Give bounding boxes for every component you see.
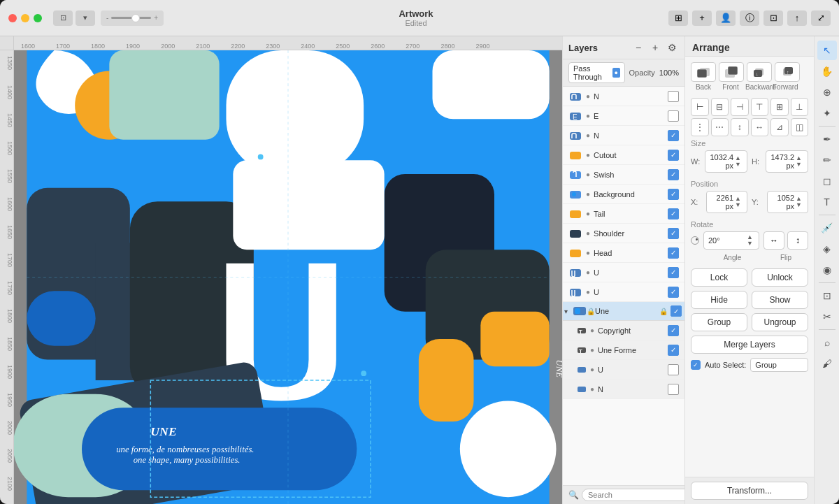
layer-item-une[interactable]: ▾ 🔒 Une 🔒 ✓ (563, 302, 684, 321)
minimize-button[interactable] (21, 14, 29, 22)
group-button[interactable]: Group (691, 313, 747, 331)
angle-down[interactable]: ▼ (745, 240, 754, 247)
layer-item[interactable]: T ● Une Forme ✓ (563, 340, 684, 360)
layer-lock-btn[interactable]: 🔒 (659, 308, 668, 315)
layer-item[interactable]: ● Swish ✓ (563, 165, 684, 185)
hide-button[interactable]: Hide (691, 291, 747, 309)
layer-visible-checkbox[interactable]: ✓ (668, 189, 679, 200)
layer-item[interactable]: ● Tail ✓ (563, 204, 684, 224)
height-down[interactable]: ▼ (794, 161, 803, 168)
layer-visible-checkbox[interactable]: ✓ (671, 305, 682, 317)
distribute-h-btn[interactable]: ⋮ (691, 118, 709, 136)
auto-select-checkbox[interactable]: ✓ (691, 360, 701, 370)
layer-visible-checkbox[interactable]: ✓ (668, 287, 679, 298)
blur-tool-btn[interactable]: ◉ (817, 260, 837, 280)
layer-item[interactable]: ● N (563, 380, 684, 399)
flip-h-button[interactable]: ↔ (763, 231, 784, 250)
canvas-area[interactable]: 1600 1700 1800 1900 2000 2100 2200 2300 … (0, 36, 562, 504)
width-field[interactable]: 1032.4 px ▲ ▼ (705, 150, 747, 173)
layer-visible-checkbox[interactable]: ✓ (668, 150, 679, 161)
forward-button[interactable]: ↑ (775, 62, 800, 82)
pencil-tool-btn[interactable]: ✏ (817, 150, 837, 170)
show-button[interactable]: Show (752, 291, 808, 309)
x-field[interactable]: 2261 px ▲ ▼ (706, 191, 747, 213)
width-down[interactable]: ▼ (733, 161, 743, 168)
pen-tool-btn[interactable]: ✒ (817, 129, 837, 149)
angle-field[interactable]: 20° ▲ ▼ (703, 231, 759, 250)
scroll-tool-btn[interactable]: ✋ (817, 62, 837, 81)
layer-item[interactable]: ● Cutout ✓ (563, 145, 684, 165)
brush-btn[interactable]: 🖌 (817, 354, 837, 373)
align-bottom-btn[interactable]: ⊥ (791, 98, 809, 116)
crop-tool-btn[interactable]: ⊡ (817, 286, 837, 305)
export-icon-btn[interactable]: ⊡ (763, 10, 783, 26)
layers-minus-btn[interactable]: − (631, 41, 645, 55)
align-center-v-btn[interactable]: ⊞ (770, 98, 789, 116)
align-top-btn[interactable]: ⊤ (751, 98, 769, 116)
layer-item[interactable]: ● U ✓ (563, 282, 684, 302)
layer-visible-checkbox[interactable]: ✓ (668, 345, 679, 356)
y-down[interactable]: ▼ (794, 202, 803, 208)
wand-tool-btn[interactable]: ✦ (817, 103, 837, 123)
unlock-button[interactable]: Unlock (752, 268, 808, 287)
fullscreen-icon-btn[interactable]: ⤢ (811, 10, 831, 26)
layer-item[interactable]: E ● E (563, 106, 684, 126)
layers-menu-btn[interactable]: ⚙ (665, 41, 679, 55)
distribute-top-btn[interactable]: ↕ (731, 118, 749, 136)
layer-item[interactable]: ● N (563, 87, 684, 106)
height-stepper[interactable]: ▲ ▼ (794, 155, 803, 168)
layer-visible-checkbox[interactable]: ✓ (668, 208, 679, 219)
layer-item[interactable]: ● U (563, 360, 684, 380)
y-field[interactable]: 1052 px ▲ ▼ (767, 191, 808, 213)
info-icon-btn[interactable]: ⓘ (740, 10, 759, 26)
shape-tool-btn[interactable]: ◻ (817, 171, 837, 191)
auto-select-dropdown[interactable]: Group (750, 358, 808, 372)
layer-visible-checkbox[interactable]: ✓ (668, 130, 679, 141)
distribute-left-btn[interactable]: ↔ (751, 118, 769, 136)
layer-item[interactable]: ● Shoulder ✓ (563, 224, 684, 243)
back-button[interactable] (691, 62, 716, 82)
angle-stepper[interactable]: ▲ ▼ (745, 234, 754, 247)
artwork-canvas[interactable]: UNE une forme, de nombreuses possibilité… (14, 50, 562, 504)
slice-tool-btn[interactable]: ✂ (817, 307, 837, 326)
flip-v-button[interactable]: ↕ (787, 231, 808, 250)
layer-item[interactable]: ● U ✓ (563, 263, 684, 282)
layer-item[interactable]: T ● Copyright ✓ (563, 321, 684, 340)
eyedrop-tool-btn[interactable]: 💉 (817, 218, 837, 238)
layer-visible-checkbox[interactable] (668, 364, 679, 375)
layer-visible-checkbox[interactable]: ✓ (668, 169, 679, 180)
ungroup-button[interactable]: Ungroup (752, 313, 808, 331)
profile-icon-btn[interactable]: 👤 (716, 10, 736, 26)
layer-visible-checkbox[interactable] (668, 91, 679, 102)
layer-visible-checkbox[interactable]: ✓ (668, 228, 679, 239)
maximize-button[interactable] (34, 14, 42, 22)
align-left-btn[interactable]: ⊢ (691, 98, 709, 116)
layer-item[interactable]: ● Background ✓ (563, 185, 684, 204)
layers-plus-btn[interactable]: + (648, 41, 662, 55)
add-icon-btn[interactable]: + (692, 10, 712, 26)
height-field[interactable]: 1473.2 px ▲ ▼ (766, 150, 808, 173)
view-options-button[interactable]: ▾ (76, 10, 95, 26)
front-button[interactable] (719, 62, 744, 82)
lock-button[interactable]: Lock (691, 268, 747, 287)
zoom-tool-btn[interactable]: ⊕ (817, 82, 837, 102)
distribute-v-btn[interactable]: ⋯ (711, 118, 729, 136)
x-stepper[interactable]: ▲ ▼ (733, 196, 743, 208)
layer-visible-checkbox[interactable] (668, 384, 679, 395)
search-btn[interactable]: ⌕ (817, 333, 837, 352)
layer-item[interactable]: ● Head ✓ (563, 243, 684, 263)
merge-layers-button[interactable]: Merge Layers (691, 336, 808, 354)
y-stepper[interactable]: ▲ ▼ (794, 196, 803, 208)
share-icon-btn[interactable]: ↑ (787, 10, 807, 26)
search-input[interactable] (582, 489, 684, 501)
dist-edge2-btn[interactable]: ◫ (791, 118, 809, 136)
layer-visible-checkbox[interactable]: ✓ (668, 247, 679, 259)
align-right-btn[interactable]: ⊣ (731, 98, 749, 116)
layer-visible-checkbox[interactable]: ✓ (668, 325, 679, 336)
width-stepper[interactable]: ▲ ▼ (733, 155, 743, 168)
layer-item[interactable]: ● N ✓ (563, 126, 684, 145)
align-center-h-btn[interactable]: ⊟ (711, 98, 729, 116)
layers-icon-btn[interactable]: ⊞ (668, 10, 688, 26)
dist-edge-btn[interactable]: ⊿ (770, 118, 789, 136)
layer-visible-checkbox[interactable]: ✓ (668, 267, 679, 278)
